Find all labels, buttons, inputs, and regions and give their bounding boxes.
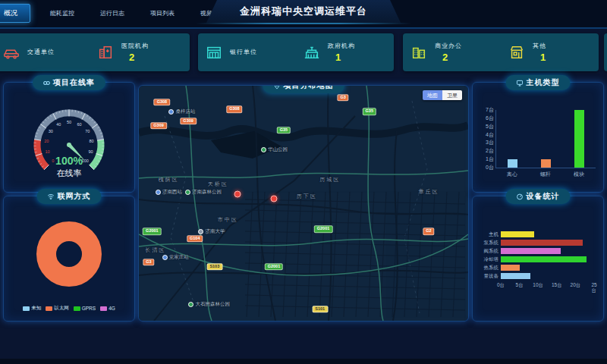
tab-overview[interactable]: 概况 [0, 4, 30, 23]
chart-row: 主机 [477, 231, 594, 237]
y-tick-label: 7台 [486, 106, 494, 114]
station-poi-icon [162, 255, 168, 260]
svg-text:100: 100 [82, 158, 89, 163]
y-tick-label: 1台 [486, 155, 494, 163]
x-tick-label: 模块 [574, 171, 584, 178]
online-rate-header: 项目在线率 [33, 75, 105, 90]
chart-row: 阀系统 [477, 248, 594, 254]
category-label: 冷却塔 [477, 256, 501, 263]
project-marker[interactable] [234, 190, 241, 197]
svg-text:80: 80 [90, 139, 94, 143]
legend-label: GPRS [82, 306, 96, 311]
road-badge: G3 [143, 259, 154, 266]
x-tick-label: 0台 [497, 282, 505, 289]
host-type-bar-chart: 0台1台2台3台4台5台6台7台 离心螺杆模块 [479, 110, 597, 189]
bar [501, 248, 561, 254]
x-tick-label: 20台 [571, 282, 581, 289]
tab-energy-monitor[interactable]: 能耗监控 [42, 6, 82, 20]
panel-title: 联网方式 [58, 191, 91, 202]
bar [508, 159, 517, 168]
panel-title: 设备统计 [527, 191, 560, 202]
bank-icon [206, 44, 222, 61]
satellite-mode-button[interactable]: 卫星 [442, 90, 462, 100]
y-tick-label: 0台 [486, 164, 494, 171]
panel-online-rate: 项目在线率 0102030405060708090100100%在线率 [3, 82, 135, 193]
road-badge: G2 [423, 228, 434, 235]
district-label: 槐荫区 [159, 176, 179, 184]
device-stats-header: 设备统计 [506, 189, 571, 204]
panel-title: 项目在线率 [53, 77, 95, 88]
stat-value: 1 [335, 52, 355, 63]
stat-value: 1 [540, 52, 546, 63]
road-badge: G2001 [265, 263, 284, 271]
chart-row: 泵系统 [477, 240, 594, 246]
tab-run-log[interactable]: 运行日志 [93, 6, 132, 20]
map-mode-button[interactable]: 地图 [423, 90, 442, 100]
stat-card-clipped [604, 33, 607, 71]
monitor-icon [517, 80, 524, 86]
category-label: 热系统 [477, 265, 501, 271]
online-rate-gauge: 0102030405060708090100100%在线率 [12, 98, 126, 185]
top-bar: 概况 能耗监控 运行日志 项目列表 视频监控 金洲科瑞中央空调运维平台 [0, 0, 607, 29]
x-tick-label: 螺杆 [540, 171, 551, 178]
stat-label: 交通单位 [27, 48, 55, 56]
x-axis: 0台5台10台15台20台25台 [501, 282, 594, 290]
stat-card-office-other[interactable]: 商业办公 2 其他 1 [403, 33, 599, 71]
school-poi-icon [198, 229, 203, 234]
x-tick-label: 25台 [591, 282, 596, 294]
chain-icon [43, 80, 50, 86]
district-label: 章丘区 [418, 188, 439, 196]
bar-track [501, 248, 594, 254]
map-header: 项目分布地图 [263, 85, 344, 93]
panel-network: 联网方式 未知以太网GPRS4G [3, 196, 135, 322]
stat-card-transport-hospital[interactable]: 交通单位 医院机构 2 [0, 33, 190, 71]
chart-row: 冷却塔 [477, 256, 594, 262]
bar-track [501, 256, 594, 262]
legend-label: 以太网 [54, 305, 69, 312]
panel-device-stats: 设备统计 主机泵系统阀系统冷却塔热系统量设备0台5台10台15台20台25台 [472, 196, 604, 322]
office-icon [410, 44, 427, 61]
host-type-header: 主机类型 [506, 75, 571, 90]
bar [574, 110, 584, 168]
y-tick-label: 2台 [486, 147, 494, 155]
map-poi: 大石崮森林公园 [188, 301, 230, 308]
category-label: 量设备 [477, 273, 501, 280]
svg-text:10: 10 [45, 149, 49, 154]
bar-track [501, 240, 594, 246]
bar [501, 265, 520, 271]
legend-item[interactable]: 未知 [23, 305, 41, 312]
district-label: 长清区 [145, 246, 165, 254]
legend-item[interactable]: GPRS [74, 305, 96, 312]
legend-swatch [23, 306, 30, 311]
poi-label: 济南西站 [162, 189, 182, 196]
stat-card-bank-government[interactable]: 银行单位 政府机构 1 [198, 33, 394, 71]
district-label: 历城区 [319, 176, 340, 184]
government-icon [304, 44, 320, 61]
bar [541, 159, 551, 168]
y-tick-label: 5台 [486, 123, 494, 130]
main-nav: 概况 能耗监控 运行日志 项目列表 视频监控 [0, 0, 243, 26]
bar-track [501, 231, 594, 237]
road-badge: G308 [226, 105, 242, 113]
device-stats-bar-chart: 主机泵系统阀系统冷却塔热系统量设备0台5台10台15台20台25台 [477, 231, 594, 290]
road-badge: G35 [277, 127, 291, 134]
legend-item[interactable]: 4G [100, 305, 115, 312]
svg-text:在线率: 在线率 [57, 168, 82, 177]
project-marker[interactable] [270, 195, 277, 202]
map-canvas[interactable]: G308G309G309G308G3G35G35G2001G2001G2001G… [139, 86, 468, 321]
road-badge: G309 [180, 118, 196, 125]
svg-text:20: 20 [44, 139, 49, 143]
road-badge: G35 [363, 108, 376, 115]
poi-label: 济南森林公园 [192, 189, 222, 196]
y-tick-label: 6台 [486, 115, 494, 122]
page-title: 金洲科瑞中央空调运维平台 [240, 5, 367, 18]
stat-item-bank: 银行单位 [198, 44, 296, 61]
tab-project-list[interactable]: 项目列表 [143, 6, 182, 20]
panel-map: 项目分布地图 [138, 85, 469, 322]
park-poi-icon [188, 302, 193, 307]
map-poi: 济南森林公园 [185, 189, 222, 196]
road-badge: G3 [337, 94, 348, 102]
stat-label: 商业办公 [435, 42, 462, 50]
x-tick-label: 离心 [507, 171, 517, 178]
legend-item[interactable]: 以太网 [46, 305, 69, 312]
